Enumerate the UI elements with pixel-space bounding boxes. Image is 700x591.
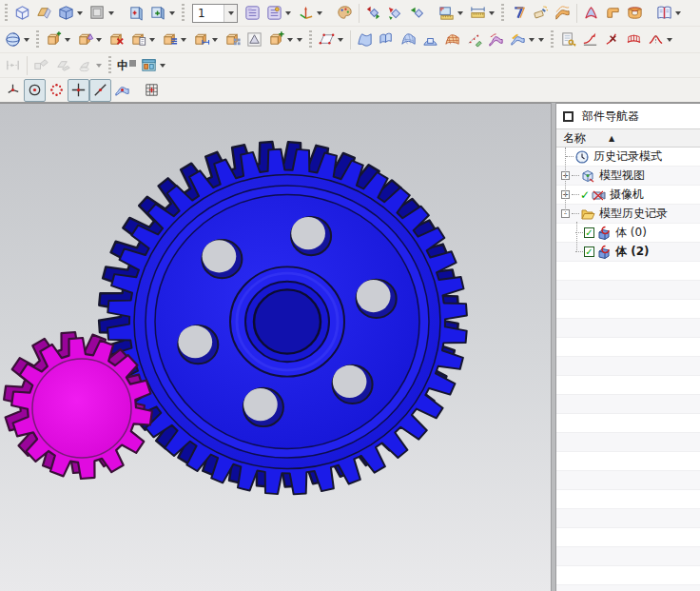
chevron-down-icon[interactable] bbox=[297, 38, 302, 42]
3d-viewport[interactable] bbox=[0, 103, 551, 591]
tree-item-体 (0)[interactable]: ✓体 (0) bbox=[556, 224, 700, 243]
chevron-down-icon[interactable] bbox=[77, 11, 83, 15]
curve-mesh-button[interactable] bbox=[398, 29, 419, 51]
assembly-gray1-button[interactable] bbox=[30, 54, 52, 77]
palette-button[interactable] bbox=[334, 2, 356, 25]
chevron-down-icon[interactable] bbox=[160, 64, 165, 68]
peak-curve-button[interactable] bbox=[645, 29, 676, 51]
show-hide-button[interactable] bbox=[362, 2, 384, 25]
feat-dim-button[interactable] bbox=[190, 29, 222, 51]
win-teal-button[interactable] bbox=[138, 54, 169, 77]
chevron-down-icon[interactable] bbox=[538, 38, 544, 42]
dome-button[interactable] bbox=[419, 29, 441, 51]
tree-item-体 (2)[interactable]: ✓体 (2) bbox=[556, 243, 700, 262]
invert-shown-button[interactable] bbox=[406, 2, 428, 25]
chevron-down-icon[interactable] bbox=[96, 64, 102, 68]
feat-move-button[interactable] bbox=[43, 29, 74, 51]
grid-snap-button[interactable] bbox=[141, 79, 163, 102]
offset-surface-button[interactable] bbox=[552, 2, 574, 25]
chevron-down-icon[interactable] bbox=[457, 11, 463, 15]
tree-item-摄像机[interactable]: +✓摄像机 bbox=[556, 186, 700, 205]
chevron-down-icon[interactable] bbox=[287, 38, 293, 42]
curve-x-button[interactable] bbox=[601, 29, 623, 51]
immediate-hide-button[interactable] bbox=[384, 2, 406, 25]
chevron-down-icon[interactable] bbox=[181, 38, 186, 42]
sphere-button[interactable] bbox=[2, 29, 33, 51]
combo-dropdown-button[interactable] bbox=[224, 5, 237, 22]
shaded-view-button[interactable] bbox=[55, 2, 87, 25]
chevron-down-icon[interactable] bbox=[489, 11, 495, 15]
chevron-down-icon[interactable] bbox=[529, 38, 535, 42]
wcs-axes-button[interactable] bbox=[295, 2, 326, 25]
sketch-button[interactable] bbox=[316, 29, 347, 51]
deviation-check-button[interactable] bbox=[463, 29, 485, 51]
comb-curve-button[interactable] bbox=[623, 29, 645, 51]
anim-measure-button[interactable] bbox=[2, 54, 24, 77]
window-display-button[interactable] bbox=[147, 2, 179, 25]
tree-item-模型视图[interactable]: +模型视图 bbox=[556, 167, 700, 186]
chevron-down-icon[interactable] bbox=[317, 11, 322, 15]
mesh-surface-button[interactable] bbox=[441, 29, 463, 51]
snap-quadrant-button[interactable] bbox=[46, 79, 68, 102]
tree-item-历史记录模式[interactable]: 历史记录模式 bbox=[556, 148, 700, 167]
chevron-down-icon[interactable] bbox=[675, 11, 681, 15]
visibility-checkbox[interactable]: ✓ bbox=[584, 246, 594, 257]
layer-visible-button[interactable] bbox=[263, 2, 295, 25]
face-style-button[interactable] bbox=[87, 2, 118, 25]
gear-scene[interactable] bbox=[0, 104, 551, 591]
key-doc-button[interactable] bbox=[557, 29, 579, 51]
toolbar-drag-handle[interactable] bbox=[501, 4, 504, 23]
feat-delete-button[interactable] bbox=[106, 29, 127, 51]
feat-copy-button[interactable] bbox=[127, 29, 159, 51]
chevron-down-icon[interactable] bbox=[285, 11, 291, 15]
eraser-button[interactable] bbox=[530, 2, 552, 25]
shaded-face-button[interactable] bbox=[33, 2, 55, 25]
toolbar-drag-handle[interactable] bbox=[182, 4, 185, 23]
feat-cone-button[interactable] bbox=[74, 29, 106, 51]
feat-pattern-button[interactable] bbox=[222, 29, 243, 51]
feat-triangle-button[interactable] bbox=[243, 29, 265, 51]
distance-ruler-button[interactable] bbox=[467, 2, 498, 25]
snap-intersect-button[interactable] bbox=[68, 79, 89, 102]
ribbon-button[interactable] bbox=[580, 2, 602, 25]
chevron-down-icon[interactable] bbox=[212, 38, 218, 42]
reflect-analysis-button[interactable] bbox=[485, 29, 507, 51]
chevron-down-icon[interactable] bbox=[667, 38, 672, 42]
flange-u-button[interactable] bbox=[624, 2, 646, 25]
toolbar-drag-handle[interactable] bbox=[36, 30, 39, 49]
view-count-combo[interactable]: 1 bbox=[192, 4, 238, 23]
chevron-down-icon[interactable] bbox=[65, 38, 70, 42]
toolbar-drag-handle[interactable] bbox=[5, 4, 8, 23]
chevron-down-icon[interactable] bbox=[149, 38, 155, 42]
flange-l-button[interactable] bbox=[602, 2, 624, 25]
chevron-down-icon[interactable] bbox=[96, 38, 102, 42]
toolbar-drag-handle[interactable] bbox=[108, 56, 111, 75]
tree-item-模型历史记录[interactable]: -模型历史记录 bbox=[556, 205, 700, 224]
chevron-down-icon[interactable] bbox=[169, 11, 175, 15]
assembly-gray3-button[interactable] bbox=[74, 54, 106, 77]
visibility-checkbox[interactable]: ✓ bbox=[584, 227, 594, 238]
demo-box-button[interactable] bbox=[11, 2, 33, 25]
layer-settings-button[interactable] bbox=[242, 2, 263, 25]
surface-check-button[interactable] bbox=[507, 29, 548, 51]
snap-oncurve-button[interactable] bbox=[89, 79, 111, 102]
feat-group-button[interactable] bbox=[265, 29, 306, 51]
toolbar-drag-handle[interactable] bbox=[551, 30, 554, 49]
chevron-down-icon[interactable] bbox=[24, 38, 29, 42]
feat-list-button[interactable] bbox=[159, 29, 190, 51]
snap-point-button[interactable] bbox=[2, 79, 24, 102]
text-3d-button[interactable] bbox=[508, 2, 530, 25]
name-column-header[interactable]: 名称 ▲ bbox=[556, 128, 700, 148]
assembly-gray2-button[interactable] bbox=[52, 54, 74, 77]
toolbar-drag-handle[interactable] bbox=[309, 30, 312, 49]
through-curves-button[interactable] bbox=[376, 29, 398, 51]
window-new-button[interactable] bbox=[126, 2, 147, 25]
screen-ruler-button[interactable] bbox=[436, 2, 467, 25]
chevron-down-icon[interactable] bbox=[338, 38, 343, 42]
curve-arrow-button[interactable] bbox=[579, 29, 601, 51]
chevron-down-icon[interactable] bbox=[108, 11, 114, 15]
roles-book-button[interactable] bbox=[653, 2, 685, 25]
swept-surface-button[interactable] bbox=[354, 29, 376, 51]
lang-cn-button[interactable]: 中 bbox=[115, 54, 138, 77]
snap-onface-button[interactable] bbox=[111, 79, 133, 102]
